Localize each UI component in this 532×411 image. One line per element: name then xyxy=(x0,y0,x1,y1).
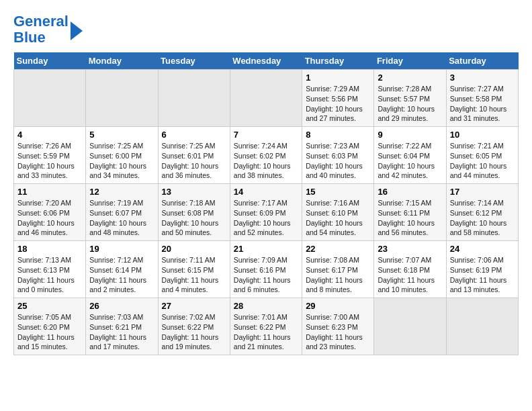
cell-content: Sunrise: 7:07 AM Sunset: 6:18 PM Dayligh… xyxy=(378,255,442,295)
cell-content: Sunrise: 7:03 AM Sunset: 6:21 PM Dayligh… xyxy=(89,312,154,352)
calendar-cell: 11Sunrise: 7:20 AM Sunset: 6:06 PM Dayli… xyxy=(14,184,86,241)
cell-content: Sunrise: 7:16 AM Sunset: 6:10 PM Dayligh… xyxy=(306,198,370,238)
cell-content: Sunrise: 7:12 AM Sunset: 6:14 PM Dayligh… xyxy=(89,255,154,295)
cell-content: Sunrise: 7:02 AM Sunset: 6:22 PM Dayligh… xyxy=(162,312,226,352)
calendar-cell: 24Sunrise: 7:06 AM Sunset: 6:19 PM Dayli… xyxy=(446,241,518,298)
cell-content: Sunrise: 7:21 AM Sunset: 6:05 PM Dayligh… xyxy=(450,141,515,181)
cell-content: Sunrise: 7:15 AM Sunset: 6:11 PM Dayligh… xyxy=(378,198,442,238)
calendar-cell: 8Sunrise: 7:23 AM Sunset: 6:03 PM Daylig… xyxy=(302,127,374,184)
calendar-cell: 27Sunrise: 7:02 AM Sunset: 6:22 PM Dayli… xyxy=(158,298,230,355)
cell-content: Sunrise: 7:24 AM Sunset: 6:02 PM Dayligh… xyxy=(234,141,298,181)
day-header-saturday: Saturday xyxy=(446,52,518,70)
day-number: 20 xyxy=(162,244,226,254)
page-header: General Blue xyxy=(13,13,519,46)
calendar-cell: 15Sunrise: 7:16 AM Sunset: 6:10 PM Dayli… xyxy=(302,184,374,241)
calendar-cell: 6Sunrise: 7:25 AM Sunset: 6:01 PM Daylig… xyxy=(158,127,230,184)
cell-content: Sunrise: 7:01 AM Sunset: 6:22 PM Dayligh… xyxy=(234,312,298,352)
day-number: 19 xyxy=(89,244,154,254)
cell-content: Sunrise: 7:20 AM Sunset: 6:06 PM Dayligh… xyxy=(17,198,82,238)
day-number: 6 xyxy=(162,130,226,140)
calendar-cell: 22Sunrise: 7:08 AM Sunset: 6:17 PM Dayli… xyxy=(302,241,374,298)
calendar-cell: 10Sunrise: 7:21 AM Sunset: 6:05 PM Dayli… xyxy=(446,127,518,184)
cell-content: Sunrise: 7:09 AM Sunset: 6:16 PM Dayligh… xyxy=(234,255,298,295)
week-row-1: 1Sunrise: 7:29 AM Sunset: 5:56 PM Daylig… xyxy=(14,70,519,127)
day-header-wednesday: Wednesday xyxy=(230,52,302,70)
cell-content: Sunrise: 7:26 AM Sunset: 5:59 PM Dayligh… xyxy=(17,141,82,181)
day-number: 16 xyxy=(378,187,442,197)
day-number: 11 xyxy=(17,187,82,197)
day-number: 23 xyxy=(378,244,442,254)
day-header-friday: Friday xyxy=(374,52,446,70)
cell-content: Sunrise: 7:19 AM Sunset: 6:07 PM Dayligh… xyxy=(89,198,154,238)
day-header-sunday: Sunday xyxy=(14,52,86,70)
logo-general: General xyxy=(13,13,69,30)
calendar-cell: 25Sunrise: 7:05 AM Sunset: 6:20 PM Dayli… xyxy=(14,298,86,355)
logo-text: General Blue xyxy=(13,13,69,46)
day-number: 10 xyxy=(450,130,515,140)
calendar-cell: 23Sunrise: 7:07 AM Sunset: 6:18 PM Dayli… xyxy=(374,241,446,298)
cell-content: Sunrise: 7:17 AM Sunset: 6:09 PM Dayligh… xyxy=(234,198,298,238)
day-number: 3 xyxy=(450,73,515,83)
logo: General Blue xyxy=(13,13,83,46)
day-number: 25 xyxy=(17,301,82,311)
cell-content: Sunrise: 7:14 AM Sunset: 6:12 PM Dayligh… xyxy=(450,198,515,238)
day-number: 26 xyxy=(89,301,154,311)
days-header-row: SundayMondayTuesdayWednesdayThursdayFrid… xyxy=(14,52,519,70)
calendar-cell xyxy=(158,70,230,127)
logo-arrow-icon xyxy=(71,21,83,40)
cell-content: Sunrise: 7:13 AM Sunset: 6:13 PM Dayligh… xyxy=(17,255,82,295)
day-number: 27 xyxy=(162,301,226,311)
calendar-cell xyxy=(86,70,158,127)
calendar-cell xyxy=(230,70,302,127)
calendar-table: SundayMondayTuesdayWednesdayThursdayFrid… xyxy=(13,52,519,355)
calendar-cell: 29Sunrise: 7:00 AM Sunset: 6:23 PM Dayli… xyxy=(302,298,374,355)
calendar-cell: 4Sunrise: 7:26 AM Sunset: 5:59 PM Daylig… xyxy=(14,127,86,184)
cell-content: Sunrise: 7:25 AM Sunset: 6:00 PM Dayligh… xyxy=(89,141,154,181)
logo-blue: Blue xyxy=(13,29,46,46)
week-row-2: 4Sunrise: 7:26 AM Sunset: 5:59 PM Daylig… xyxy=(14,127,519,184)
calendar-cell: 18Sunrise: 7:13 AM Sunset: 6:13 PM Dayli… xyxy=(14,241,86,298)
calendar-cell: 21Sunrise: 7:09 AM Sunset: 6:16 PM Dayli… xyxy=(230,241,302,298)
calendar-cell xyxy=(14,70,86,127)
calendar-cell xyxy=(374,298,446,355)
day-number: 2 xyxy=(378,73,442,83)
day-number: 4 xyxy=(17,130,82,140)
day-number: 28 xyxy=(234,301,298,311)
cell-content: Sunrise: 7:06 AM Sunset: 6:19 PM Dayligh… xyxy=(450,255,515,295)
day-number: 17 xyxy=(450,187,515,197)
day-number: 13 xyxy=(162,187,226,197)
calendar-cell: 3Sunrise: 7:27 AM Sunset: 5:58 PM Daylig… xyxy=(446,70,518,127)
day-number: 14 xyxy=(234,187,298,197)
day-number: 9 xyxy=(378,130,442,140)
cell-content: Sunrise: 7:23 AM Sunset: 6:03 PM Dayligh… xyxy=(306,141,370,181)
day-number: 1 xyxy=(306,73,370,83)
calendar-cell: 26Sunrise: 7:03 AM Sunset: 6:21 PM Dayli… xyxy=(86,298,158,355)
calendar-cell: 2Sunrise: 7:28 AM Sunset: 5:57 PM Daylig… xyxy=(374,70,446,127)
cell-content: Sunrise: 7:25 AM Sunset: 6:01 PM Dayligh… xyxy=(162,141,226,181)
day-number: 12 xyxy=(89,187,154,197)
week-row-3: 11Sunrise: 7:20 AM Sunset: 6:06 PM Dayli… xyxy=(14,184,519,241)
calendar-cell: 13Sunrise: 7:18 AM Sunset: 6:08 PM Dayli… xyxy=(158,184,230,241)
cell-content: Sunrise: 7:22 AM Sunset: 6:04 PM Dayligh… xyxy=(378,141,442,181)
calendar-cell: 12Sunrise: 7:19 AM Sunset: 6:07 PM Dayli… xyxy=(86,184,158,241)
cell-content: Sunrise: 7:08 AM Sunset: 6:17 PM Dayligh… xyxy=(306,255,370,295)
week-row-5: 25Sunrise: 7:05 AM Sunset: 6:20 PM Dayli… xyxy=(14,298,519,355)
day-header-thursday: Thursday xyxy=(302,52,374,70)
day-number: 21 xyxy=(234,244,298,254)
day-number: 15 xyxy=(306,187,370,197)
cell-content: Sunrise: 7:18 AM Sunset: 6:08 PM Dayligh… xyxy=(162,198,226,238)
calendar-cell xyxy=(446,298,518,355)
calendar-cell: 7Sunrise: 7:24 AM Sunset: 6:02 PM Daylig… xyxy=(230,127,302,184)
cell-content: Sunrise: 7:27 AM Sunset: 5:58 PM Dayligh… xyxy=(450,84,515,124)
day-number: 5 xyxy=(89,130,154,140)
day-number: 7 xyxy=(234,130,298,140)
calendar-cell: 9Sunrise: 7:22 AM Sunset: 6:04 PM Daylig… xyxy=(374,127,446,184)
calendar-cell: 20Sunrise: 7:11 AM Sunset: 6:15 PM Dayli… xyxy=(158,241,230,298)
calendar-cell: 1Sunrise: 7:29 AM Sunset: 5:56 PM Daylig… xyxy=(302,70,374,127)
calendar-cell: 14Sunrise: 7:17 AM Sunset: 6:09 PM Dayli… xyxy=(230,184,302,241)
cell-content: Sunrise: 7:11 AM Sunset: 6:15 PM Dayligh… xyxy=(162,255,226,295)
calendar-cell: 28Sunrise: 7:01 AM Sunset: 6:22 PM Dayli… xyxy=(230,298,302,355)
day-number: 24 xyxy=(450,244,515,254)
calendar-cell: 19Sunrise: 7:12 AM Sunset: 6:14 PM Dayli… xyxy=(86,241,158,298)
calendar-cell: 16Sunrise: 7:15 AM Sunset: 6:11 PM Dayli… xyxy=(374,184,446,241)
